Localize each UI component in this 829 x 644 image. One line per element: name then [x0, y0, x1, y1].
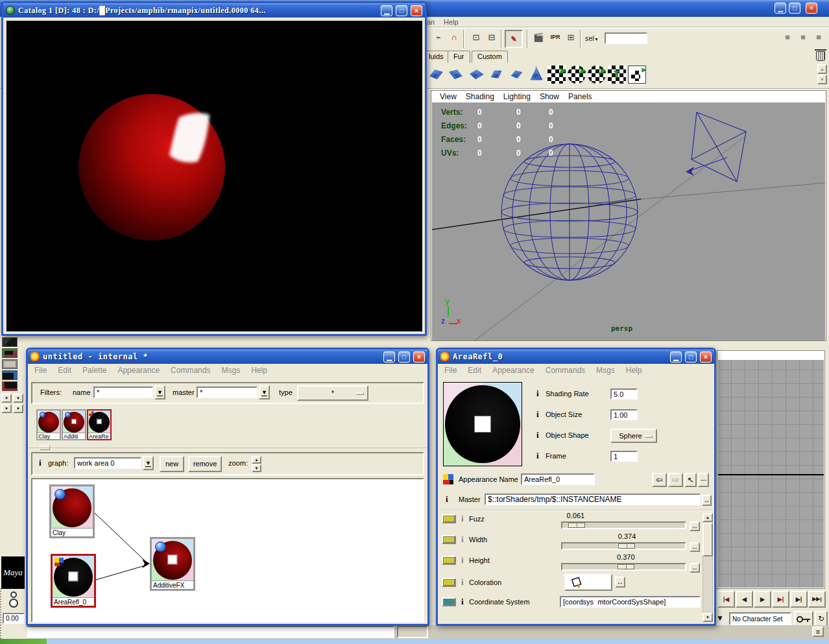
appearance-option-menu[interactable]: — — [698, 473, 709, 487]
slider-expand-icon[interactable]: ↔ — [690, 542, 700, 552]
minimize-icon[interactable]: ▁ — [775, 3, 786, 14]
shelf-checker-icon-2[interactable]: ➤ — [568, 66, 586, 84]
menu-commands[interactable]: Commands — [171, 366, 210, 375]
panel-menu-show[interactable]: Show — [540, 92, 559, 101]
set-key-button[interactable] — [794, 611, 813, 626]
make-input-connection-icon[interactable]: ⊡ — [468, 29, 484, 45]
go-to-start-icon[interactable]: |◀ — [717, 591, 735, 608]
close-icon[interactable]: × — [806, 3, 817, 14]
shelf-tab-fur[interactable]: Fur — [448, 51, 470, 63]
remove-button[interactable]: remove — [188, 456, 222, 472]
view-layout-four-icon[interactable] — [2, 348, 18, 358]
shelf-scroll-down-icon[interactable]: ▼ — [817, 75, 827, 84]
master-filter-dropdown-icon[interactable]: ▼ — [259, 385, 270, 400]
menu-appearance[interactable]: Appearance — [492, 366, 535, 375]
shading-rate-input[interactable] — [610, 388, 638, 400]
play-forward-icon[interactable]: ▶ — [754, 591, 771, 608]
shelf-poly-icon-1[interactable] — [427, 66, 445, 84]
ipr-render-icon[interactable]: IPR — [547, 29, 563, 45]
shelf-poly-icon-3[interactable] — [467, 66, 485, 84]
go-to-end-icon[interactable]: ▶▶| — [808, 591, 826, 608]
catalog-title-bar[interactable]: Catalog 1 [D]: 48 : D:/█Projects/amphib/… — [3, 3, 425, 18]
script-editor-icon[interactable]: ≡ — [812, 626, 824, 637]
object-size-input[interactable] — [610, 409, 638, 420]
view-layout-graph-icon[interactable] — [2, 381, 18, 391]
snap-magnet-icon[interactable]: ∩ — [446, 29, 462, 45]
auto-key-button[interactable]: ↻ — [815, 611, 828, 626]
close-icon[interactable]: × — [700, 352, 712, 363]
step-forward-icon[interactable]: ▶| — [772, 591, 789, 608]
minimize-icon[interactable]: ▁ — [383, 352, 395, 363]
graph-name-input[interactable] — [74, 457, 141, 469]
menu-help[interactable]: Help — [626, 366, 642, 375]
current-time-field[interactable] — [3, 613, 25, 624]
align-list-icon-2[interactable]: ≡ — [795, 29, 811, 45]
viewport[interactable]: Verts: 0 0 0 Edges: 0 0 0 Faces: 0 0 0 U… — [432, 102, 825, 340]
shelf-checker-icon-1[interactable]: ➤ — [547, 66, 566, 84]
sidebar-dropdown-4[interactable]: ▼ — [13, 404, 23, 413]
name-filter-input[interactable] — [93, 387, 153, 398]
hypershade-icon[interactable]: ⊞ — [563, 29, 579, 45]
color-swatch-button[interactable] — [442, 578, 456, 587]
shelf-tab-fluids[interactable]: luids — [423, 51, 450, 63]
shelf-scroll-up-icon[interactable]: ▲ — [817, 64, 827, 74]
shelf-tab-custom[interactable]: Custom — [472, 51, 508, 63]
minimize-icon[interactable]: ▁ — [381, 5, 392, 16]
restore-icon[interactable]: □ — [396, 5, 407, 16]
object-shape-option-menu[interactable]: Sphere — [610, 429, 657, 443]
zoom-spinner-down-icon[interactable]: ▼ — [252, 464, 261, 472]
sel-input[interactable] — [605, 32, 647, 44]
slider-track[interactable] — [561, 563, 686, 571]
panel-menu-panels[interactable]: Panels — [568, 92, 592, 101]
new-button[interactable]: new — [160, 456, 184, 472]
shelf-checker-t-icon[interactable]: T — [608, 66, 626, 84]
slider-track[interactable] — [561, 542, 686, 550]
info-icon[interactable]: i — [536, 430, 539, 440]
panel-menu-shading[interactable]: Shading — [466, 92, 494, 101]
color-swatch-button[interactable] — [442, 535, 456, 544]
view-layout-single-icon[interactable] — [2, 337, 18, 347]
info-icon[interactable]: i — [461, 577, 464, 588]
info-icon[interactable]: i — [536, 451, 539, 461]
close-icon[interactable]: × — [411, 5, 422, 16]
align-list-icon-3[interactable]: ≡ — [811, 29, 826, 45]
node-clay[interactable]: Clay — [49, 484, 95, 538]
slider-expand-icon[interactable]: ↔ — [690, 521, 700, 531]
menu-palette[interactable]: Palette — [82, 366, 106, 375]
next-key-icon[interactable]: ▶| — [790, 591, 808, 608]
info-icon[interactable]: i — [461, 514, 464, 524]
character-icon[interactable] — [8, 591, 19, 612]
command-line-input[interactable] — [4, 626, 394, 638]
shelf-poly-icon-4[interactable] — [487, 66, 505, 84]
swatch-additive[interactable]: Additi — [62, 409, 86, 440]
view-layout-outliner-icon[interactable] — [2, 370, 18, 380]
close-icon[interactable]: × — [413, 352, 425, 363]
node-areareflect[interactable]: AreaRefl_0 — [51, 554, 96, 608]
menu-commands[interactable]: Commands — [546, 366, 585, 375]
menu-help[interactable]: Help — [251, 366, 267, 375]
grip-dots[interactable] — [0, 588, 3, 639]
history-back-icon[interactable]: ⇦ — [652, 473, 667, 487]
graph-grid[interactable] — [718, 360, 824, 588]
master-input[interactable] — [485, 494, 701, 505]
menu-edit[interactable]: Edit — [58, 366, 71, 375]
menu-file[interactable]: File — [34, 366, 47, 375]
snap-grid-icon[interactable]: ⌁ — [431, 29, 446, 45]
slider-track[interactable] — [561, 521, 686, 529]
slider-expand-icon[interactable]: ↔ — [690, 563, 700, 573]
frame-input[interactable] — [610, 451, 638, 462]
align-list-icon-1[interactable]: ≡ — [780, 29, 795, 45]
restore-icon[interactable]: □ — [685, 352, 697, 363]
make-output-connection-icon[interactable]: ⊟ — [484, 29, 499, 45]
node-additivefx[interactable]: AdditiveFX — [150, 537, 195, 591]
info-icon[interactable]: i — [39, 458, 42, 468]
paint-bucket-button[interactable] — [564, 574, 612, 591]
panel-menu-lighting[interactable]: Lighting — [503, 92, 531, 101]
sidebar-dropdown-1[interactable]: ▼ — [1, 394, 12, 403]
scroll-down-icon[interactable]: ▼ — [703, 613, 713, 622]
shelf-poly-icon-5[interactable] — [507, 66, 525, 84]
start-button[interactable] — [0, 639, 47, 644]
sidebar-dropdown-2[interactable]: ▼ — [13, 394, 23, 403]
coloration-expand-icon[interactable]: ↔ — [615, 577, 625, 588]
info-icon[interactable]: i — [461, 597, 464, 607]
